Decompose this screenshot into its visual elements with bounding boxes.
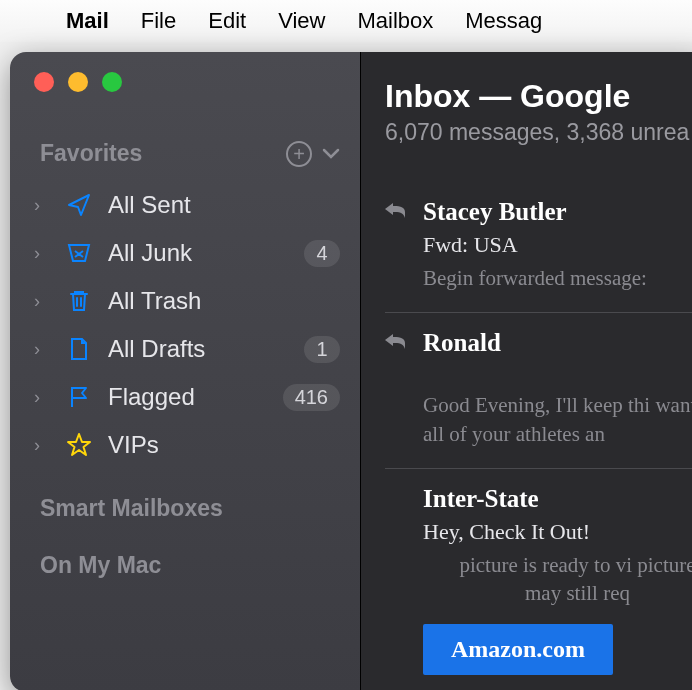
cta-button[interactable]: Amazon.com xyxy=(423,624,613,675)
reply-icon xyxy=(385,334,409,352)
minimize-button[interactable] xyxy=(68,72,88,92)
close-button[interactable] xyxy=(34,72,54,92)
menu-file[interactable]: File xyxy=(141,8,176,34)
document-icon xyxy=(64,336,94,362)
chevron-down-icon[interactable] xyxy=(322,148,340,160)
message-row[interactable]: Stacey Butler Fwd: USA Begin forwarded m… xyxy=(385,182,692,313)
message-row[interactable]: Inter-State Hey, Check It Out! picture i… xyxy=(385,469,692,690)
message-subject: Fwd: USA xyxy=(385,232,692,258)
add-favorite-icon[interactable]: + xyxy=(286,141,312,167)
zoom-button[interactable] xyxy=(102,72,122,92)
message-sender: Inter-State xyxy=(423,485,539,513)
chevron-right-icon[interactable]: › xyxy=(34,243,50,264)
chevron-right-icon[interactable]: › xyxy=(34,339,50,360)
sidebar-item-label: All Junk xyxy=(108,239,290,267)
flag-icon xyxy=(64,384,94,410)
count-badge: 416 xyxy=(283,384,340,411)
message-preview: picture is ready to vi picture may still… xyxy=(385,551,692,608)
on-my-mac-header[interactable]: On My Mac xyxy=(10,526,360,583)
message-list-pane: Inbox — Google 6,070 messages, 3,368 unr… xyxy=(360,52,692,690)
message-sender: Ronald xyxy=(423,329,501,357)
count-badge: 1 xyxy=(304,336,340,363)
send-icon xyxy=(64,192,94,218)
message-preview: Good Evening, I'll keep thi want all of … xyxy=(385,391,692,448)
sidebar-item-sent[interactable]: › All Sent xyxy=(10,181,360,229)
sidebar-item-label: All Sent xyxy=(108,191,340,219)
chevron-right-icon[interactable]: › xyxy=(34,387,50,408)
inbox-title: Inbox — Google xyxy=(385,78,692,115)
sidebar-item-flagged[interactable]: › Flagged 416 xyxy=(10,373,360,421)
menu-message[interactable]: Messag xyxy=(465,8,542,34)
reply-icon xyxy=(385,203,409,221)
mail-window: Favorites + › All Sent › All Junk 4 xyxy=(10,52,692,690)
system-menubar: Mail File Edit View Mailbox Messag xyxy=(0,0,692,42)
junk-icon xyxy=(64,240,94,266)
sidebar-item-drafts[interactable]: › All Drafts 1 xyxy=(10,325,360,373)
trash-icon xyxy=(64,288,94,314)
count-badge: 4 xyxy=(304,240,340,267)
chevron-right-icon[interactable]: › xyxy=(34,435,50,456)
chevron-right-icon[interactable]: › xyxy=(34,291,50,312)
message-subject: Hey, Check It Out! xyxy=(385,519,692,545)
menu-edit[interactable]: Edit xyxy=(208,8,246,34)
favorites-title: Favorites xyxy=(40,140,142,167)
sidebar-item-label: VIPs xyxy=(108,431,340,459)
sidebar-item-label: Flagged xyxy=(108,383,269,411)
sidebar-item-label: All Drafts xyxy=(108,335,290,363)
sidebar-item-junk[interactable]: › All Junk 4 xyxy=(10,229,360,277)
message-subject xyxy=(385,363,692,385)
message-preview: Begin forwarded message: xyxy=(385,264,692,292)
message-sender: Stacey Butler xyxy=(423,198,567,226)
window-controls xyxy=(10,72,360,92)
star-icon xyxy=(64,432,94,458)
sidebar-item-vips[interactable]: › VIPs xyxy=(10,421,360,469)
sidebar: Favorites + › All Sent › All Junk 4 xyxy=(10,52,360,690)
sidebar-item-trash[interactable]: › All Trash xyxy=(10,277,360,325)
favorites-header: Favorites + xyxy=(10,140,360,167)
menu-view[interactable]: View xyxy=(278,8,325,34)
menu-mailbox[interactable]: Mailbox xyxy=(357,8,433,34)
smart-mailboxes-header[interactable]: Smart Mailboxes xyxy=(10,469,360,526)
sidebar-item-label: All Trash xyxy=(108,287,340,315)
message-row[interactable]: Ronald Good Evening, I'll keep thi want … xyxy=(385,313,692,469)
app-name[interactable]: Mail xyxy=(66,8,109,34)
inbox-subtitle: 6,070 messages, 3,368 unrea xyxy=(385,119,692,146)
chevron-right-icon[interactable]: › xyxy=(34,195,50,216)
